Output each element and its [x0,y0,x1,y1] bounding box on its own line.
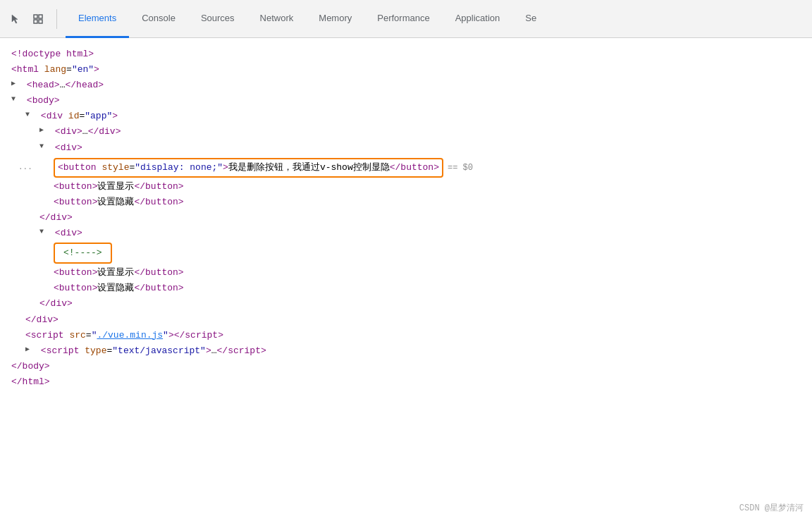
inspect-icon[interactable] [28,9,48,29]
highlighted-button-box: <button style="display: none;">我是删除按钮，我通… [54,158,443,178]
code-line: ▼ <div> [11,226,812,241]
tab-list: Elements Console Sources Network Memory … [66,0,549,37]
dots-indicator: ... [18,161,32,174]
code-line: </div> [11,210,812,226]
code-line: </html> [11,374,812,390]
code-line: <button>设置隐藏</button> [11,281,812,296]
code-line: ▶ <div>…</div> [11,124,812,140]
expand-script[interactable]: ▶ [25,343,35,355]
code-line: <script src="./vue.min.js"></script> [11,328,812,343]
code-line: <!doctype html> [11,47,812,62]
cursor-icon[interactable] [6,9,25,29]
code-line: </div> [11,312,812,328]
tab-memory[interactable]: Memory [306,0,364,38]
comment-box: <!----> [54,243,112,264]
toolbar-icons [6,9,57,29]
code-line: <html lang="en"> [11,62,812,78]
expand-div2[interactable]: ▼ [39,140,49,152]
code-line: ▼ <div id="app"> [11,109,812,124]
expand-inner-div[interactable]: ▶ [39,124,49,136]
devtools-toolbar: Elements Console Sources Network Memory … [0,0,812,38]
dom-reference: == $0 [448,161,473,175]
tab-performance[interactable]: Performance [364,0,442,38]
tab-elements[interactable]: Elements [66,0,129,38]
script-link[interactable]: ./vue.min.js [97,330,163,341]
tab-security[interactable]: Se [512,0,549,38]
code-line: <button>设置显示</button> [11,265,812,281]
svg-rect-3 [39,20,42,23]
tab-sources[interactable]: Sources [188,0,247,38]
expand-div3[interactable]: ▼ [39,226,49,238]
watermark: CSDN @星梦清河 [739,501,804,515]
code-line: </div> [11,296,812,312]
code-line: ▼ <body> [11,93,812,109]
tab-application[interactable]: Application [443,0,513,38]
expand-body[interactable]: ▼ [11,93,21,105]
highlighted-code-line: ... <button style="display: none;">我是删除按… [11,156,812,179]
expand-app-div[interactable]: ▼ [25,109,35,121]
code-line: <button>设置隐藏</button> [11,195,812,210]
expand-head[interactable]: ▶ [11,78,21,90]
comment-line: <!----> [11,241,812,265]
svg-rect-2 [34,20,37,23]
elements-panel: <!doctype html> <html lang="en"> ▶ <head… [0,38,812,521]
code-line: </body> [11,359,812,374]
code-line: ▶ <script type="text/javascript">…</scri… [11,343,812,359]
code-line: ▶ <head>…</head> [11,78,812,93]
code-line: <button>设置显示</button> [11,179,812,195]
tab-network[interactable]: Network [247,0,307,38]
svg-rect-1 [39,15,42,18]
svg-rect-0 [34,15,37,18]
code-line: ▼ <div> [11,140,812,156]
tab-console[interactable]: Console [129,0,188,38]
